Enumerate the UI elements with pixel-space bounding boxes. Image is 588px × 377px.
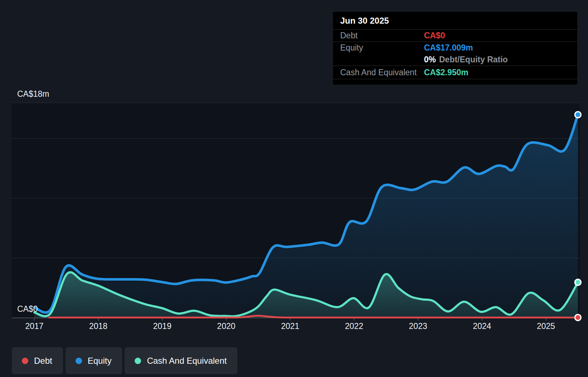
tooltip-row-debt: Debt CA$0 <box>333 30 577 42</box>
y-axis-label-zero: CA$0 <box>17 304 38 314</box>
tooltip-row-equity: Equity CA$17.009m <box>333 42 577 54</box>
balance-sheet-chart-page: CA$18m CA$0 2017201820192020202120222023… <box>0 0 588 377</box>
tooltip-ratio: 0%Debt/Equity Ratio <box>424 55 508 65</box>
tooltip-row-ratio: 0%Debt/Equity Ratio <box>333 54 577 66</box>
legend-cash-label: Cash And Equivalent <box>147 356 227 366</box>
x-axis-label-2022: 2022 <box>345 321 363 331</box>
tooltip-row-cash: Cash And Equivalent CA$2.950m <box>333 66 577 79</box>
chart-tooltip: Jun 30 2025 Debt CA$0 Equity CA$17.009m … <box>333 12 577 85</box>
x-axis-label-2024: 2024 <box>473 321 491 331</box>
legend-item-debt[interactable]: Debt <box>12 347 63 374</box>
tooltip-ratio-label: Debt/Equity Ratio <box>439 55 508 64</box>
cash-end-marker <box>575 279 581 285</box>
debt-end-marker <box>575 315 581 321</box>
tooltip-cash-label: Cash And Equivalent <box>340 68 424 77</box>
tooltip-equity-value: CA$17.009m <box>424 43 473 53</box>
equity-dot-icon <box>76 358 82 364</box>
cash-dot-icon <box>135 358 141 364</box>
tooltip-debt-value: CA$0 <box>424 31 445 40</box>
y-axis-label-top: CA$18m <box>17 89 49 99</box>
tooltip-equity-label: Equity <box>340 43 424 53</box>
legend-equity-label: Equity <box>88 356 112 366</box>
x-axis-label-2019: 2019 <box>153 321 172 331</box>
x-axis-label-2018: 2018 <box>89 321 107 331</box>
chart-legend: Debt Equity Cash And Equivalent <box>12 347 237 374</box>
x-axis-label-2017: 2017 <box>25 321 43 331</box>
equity-end-marker <box>575 111 581 118</box>
tooltip-debt-label: Debt <box>340 31 424 40</box>
debt-dot-icon <box>22 358 28 364</box>
tooltip-date: Jun 30 2025 <box>333 12 577 30</box>
x-axis-label-2021: 2021 <box>281 321 299 331</box>
legend-item-cash[interactable]: Cash And Equivalent <box>125 347 237 374</box>
x-axis-label-2025: 2025 <box>537 321 555 331</box>
tooltip-ratio-value: 0% <box>424 55 436 64</box>
x-axis-label-2023: 2023 <box>409 321 427 331</box>
tooltip-cash-value: CA$2.950m <box>424 68 468 77</box>
x-axis-label-2020: 2020 <box>217 321 235 331</box>
legend-debt-label: Debt <box>34 356 52 366</box>
legend-item-equity[interactable]: Equity <box>66 347 122 374</box>
